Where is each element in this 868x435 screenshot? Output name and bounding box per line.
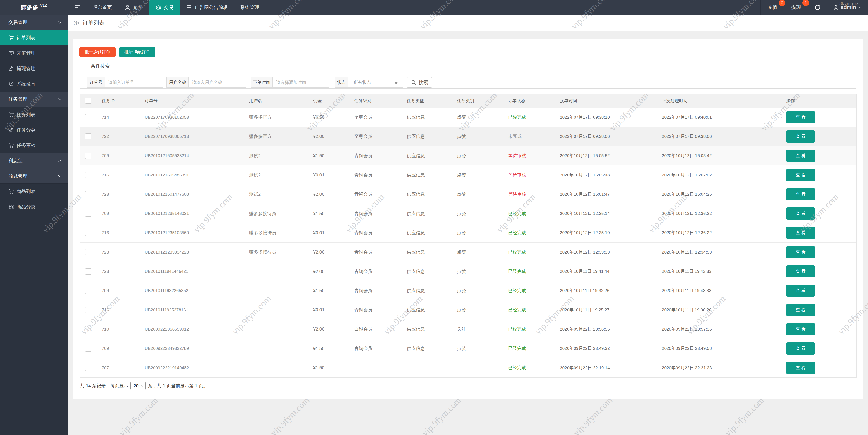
nav-tab-1[interactable]: 角色 bbox=[118, 0, 149, 15]
row-checkbox[interactable] bbox=[85, 191, 91, 197]
sidebar-item-11[interactable]: 商品列表 bbox=[0, 184, 68, 199]
row-checkbox[interactable] bbox=[85, 172, 91, 178]
cell-user: 赚多多接待员 bbox=[245, 242, 309, 262]
cell-status: 等待审核 bbox=[503, 165, 555, 185]
gauge-icon bbox=[8, 81, 14, 87]
sidebar-group-9[interactable]: 利息宝 bbox=[0, 153, 68, 168]
cell-id: 716 bbox=[97, 165, 140, 185]
nav-tab-4[interactable]: 系统管理 bbox=[234, 0, 265, 15]
cell-order: UB2010111932265352 bbox=[140, 281, 245, 300]
cell-level: 青铜会员 bbox=[350, 146, 402, 165]
view-button[interactable]: 查 看 bbox=[786, 130, 815, 143]
select-all-checkbox[interactable] bbox=[85, 98, 91, 104]
cell-order: UB2009222356559912 bbox=[140, 320, 245, 339]
view-button[interactable]: 查 看 bbox=[786, 304, 815, 316]
sidebar-item-2[interactable]: 充值管理 bbox=[0, 45, 68, 61]
row-checkbox[interactable] bbox=[85, 307, 91, 313]
time-input[interactable] bbox=[273, 77, 329, 88]
batch-reject-button[interactable]: 批量拒绝订单 bbox=[119, 47, 155, 57]
view-button[interactable]: 查 看 bbox=[786, 149, 815, 162]
row-checkbox[interactable] bbox=[85, 288, 91, 294]
chevron-down-icon bbox=[57, 20, 62, 25]
cell-type: 供应信息 bbox=[402, 281, 453, 300]
table-row-1: 722UB2207170938065713赚多多官方¥2.00至尊会员供应信息点… bbox=[80, 127, 857, 146]
cell-time: 2020年10月11日 19:32:26 bbox=[555, 281, 657, 300]
sidebar-toggle-button[interactable] bbox=[68, 0, 87, 15]
refresh-button[interactable] bbox=[808, 0, 827, 15]
view-button[interactable]: 查 看 bbox=[786, 246, 815, 258]
column-header: 任务类型 bbox=[402, 94, 453, 107]
row-checkbox[interactable] bbox=[85, 133, 91, 139]
cell-time: 2020年09月22日 22:19:14 bbox=[555, 358, 657, 377]
cell-status: 已经完成 bbox=[503, 262, 555, 281]
cell-fee: ¥1.50 bbox=[309, 146, 350, 165]
sidebar-group-5[interactable]: 任务管理 bbox=[0, 92, 68, 107]
sidebar-item-4[interactable]: 系统设置 bbox=[0, 76, 68, 92]
cell-level: 青铜会员 bbox=[350, 242, 402, 262]
row-checkbox[interactable] bbox=[85, 230, 91, 236]
row-checkbox[interactable] bbox=[85, 365, 91, 371]
view-button[interactable]: 查 看 bbox=[786, 323, 815, 335]
view-button[interactable]: 查 看 bbox=[786, 265, 815, 277]
sidebar-item-6[interactable]: 任务列表 bbox=[0, 107, 68, 122]
nav-tab-2[interactable]: 交易 bbox=[149, 0, 180, 15]
sidebar-item-label: 任务列表 bbox=[17, 111, 35, 118]
order-input[interactable] bbox=[105, 77, 163, 88]
view-button[interactable]: 查 看 bbox=[786, 285, 815, 297]
row-checkbox[interactable] bbox=[85, 326, 91, 332]
user-input[interactable] bbox=[189, 77, 246, 88]
view-button[interactable]: 查 看 bbox=[786, 342, 815, 355]
nav-tab-0[interactable]: 后台首页 bbox=[87, 0, 118, 15]
sidebar: 赚多多 V12 交易管理订单列表充值管理提现管理系统设置任务管理任务列表任务分类… bbox=[0, 0, 68, 435]
search-group-order: 订单号 bbox=[87, 77, 163, 88]
row-checkbox[interactable] bbox=[85, 268, 91, 274]
row-checkbox[interactable] bbox=[85, 345, 91, 352]
batch-approve-button[interactable]: 批量通过订单 bbox=[80, 47, 116, 57]
scale-icon bbox=[155, 4, 162, 11]
content-card: 批量通过订单 批量拒绝订单 条件搜索 订单号 用户名称 下单时间 状态 所有状态… bbox=[73, 39, 863, 399]
sidebar-item-label: 商品分类 bbox=[17, 204, 35, 210]
sidebar-item-label: 任务分类 bbox=[17, 127, 35, 133]
cell-check bbox=[80, 146, 97, 165]
row-checkbox[interactable] bbox=[85, 249, 91, 255]
cell-fee: ¥1.50 bbox=[309, 281, 350, 300]
sidebar-item-3[interactable]: 提现管理 bbox=[0, 61, 68, 76]
time-field-label: 下单时间 bbox=[251, 77, 273, 88]
cart-icon bbox=[8, 143, 14, 148]
sidebar-item-12[interactable]: 商品分类 bbox=[0, 199, 68, 214]
view-button[interactable]: 查 看 bbox=[786, 207, 815, 220]
cell-action: 查 看 bbox=[782, 223, 857, 242]
sidebar-item-1[interactable]: 订单列表 bbox=[0, 30, 68, 45]
page-size-select[interactable]: 20 bbox=[130, 382, 146, 390]
cell-check bbox=[80, 300, 97, 320]
nav-tab-3[interactable]: 广告图公告编辑 bbox=[180, 0, 234, 15]
cell-time: 2020年10月12日 16:08:42 bbox=[657, 146, 782, 165]
sidebar-group-0[interactable]: 交易管理 bbox=[0, 15, 68, 30]
view-button[interactable]: 查 看 bbox=[786, 362, 815, 374]
sidebar-item-7[interactable]: 任务分类 bbox=[0, 122, 68, 138]
cell-action: 查 看 bbox=[782, 146, 857, 165]
view-button[interactable]: 查 看 bbox=[786, 227, 815, 239]
table-row-11: 710UB2009222356559912¥2.00白银会员供应信息关注已经完成… bbox=[80, 320, 857, 339]
toolbar: 批量通过订单 批量拒绝订单 bbox=[80, 47, 155, 57]
view-button[interactable]: 查 看 bbox=[786, 169, 815, 181]
nav-withdraw[interactable]: 提现 1 bbox=[784, 0, 808, 15]
nav-recharge[interactable]: 充值 0 bbox=[761, 0, 784, 15]
view-button[interactable]: 查 看 bbox=[786, 111, 815, 123]
table-row-13: 707UB2009222219149482¥1.50已经完成2020年09月22… bbox=[80, 358, 857, 377]
cell-order: UB2207170938102053 bbox=[140, 107, 245, 127]
admin-menu[interactable]: admin bbox=[827, 0, 868, 15]
cell-id: 710 bbox=[97, 320, 140, 339]
sidebar-item-8[interactable]: 任务审核 bbox=[0, 138, 68, 153]
cell-status: 等待审核 bbox=[503, 146, 555, 165]
search-button[interactable]: 搜索 bbox=[407, 77, 432, 88]
row-checkbox[interactable] bbox=[85, 211, 91, 217]
row-checkbox[interactable] bbox=[85, 153, 91, 159]
chevron-down-icon bbox=[57, 174, 62, 178]
nav-recharge-label: 充值 bbox=[767, 4, 777, 11]
view-button[interactable]: 查 看 bbox=[786, 188, 815, 200]
cell-time: 2020年09月22日 23:56:55 bbox=[555, 320, 657, 339]
sidebar-group-10[interactable]: 商城管理 bbox=[0, 168, 68, 184]
row-checkbox[interactable] bbox=[85, 114, 91, 120]
cell-fee: ¥1.50 bbox=[309, 204, 350, 223]
